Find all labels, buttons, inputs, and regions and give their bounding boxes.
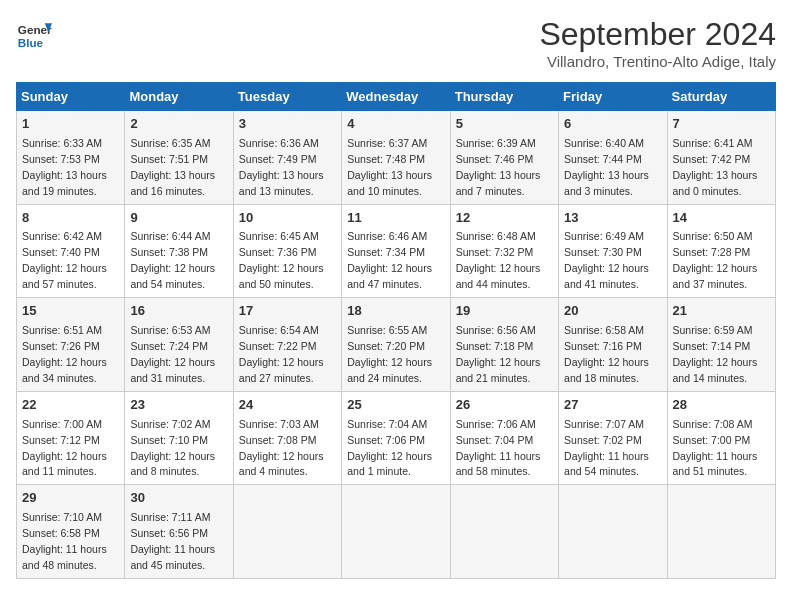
svg-text:Blue: Blue <box>18 36 44 49</box>
day-number: 25 <box>347 396 444 415</box>
sunrise: Sunrise: 6:48 AM <box>456 230 536 242</box>
day-number: 9 <box>130 209 227 228</box>
sunset: Sunset: 7:44 PM <box>564 153 642 165</box>
daylight: Daylight: 12 hours and 8 minutes. <box>130 450 215 478</box>
sunrise: Sunrise: 7:08 AM <box>673 418 753 430</box>
daylight: Daylight: 13 hours and 0 minutes. <box>673 169 758 197</box>
calendar-cell: 10Sunrise: 6:45 AMSunset: 7:36 PMDayligh… <box>233 204 341 298</box>
sunset: Sunset: 7:22 PM <box>239 340 317 352</box>
day-number: 13 <box>564 209 661 228</box>
sunset: Sunset: 7:06 PM <box>347 434 425 446</box>
sunset: Sunset: 7:10 PM <box>130 434 208 446</box>
daylight: Daylight: 12 hours and 50 minutes. <box>239 262 324 290</box>
daylight: Daylight: 12 hours and 27 minutes. <box>239 356 324 384</box>
weekday-header-wednesday: Wednesday <box>342 83 450 111</box>
daylight: Daylight: 12 hours and 41 minutes. <box>564 262 649 290</box>
calendar-cell <box>342 485 450 579</box>
daylight: Daylight: 12 hours and 18 minutes. <box>564 356 649 384</box>
page-header: General Blue September 2024 Villandro, T… <box>16 16 776 70</box>
day-number: 1 <box>22 115 119 134</box>
calendar-table: SundayMondayTuesdayWednesdayThursdayFrid… <box>16 82 776 579</box>
sunset: Sunset: 7:46 PM <box>456 153 534 165</box>
daylight: Daylight: 13 hours and 16 minutes. <box>130 169 215 197</box>
calendar-cell <box>559 485 667 579</box>
sunrise: Sunrise: 6:49 AM <box>564 230 644 242</box>
calendar-cell: 4Sunrise: 6:37 AMSunset: 7:48 PMDaylight… <box>342 111 450 205</box>
sunrise: Sunrise: 7:00 AM <box>22 418 102 430</box>
daylight: Daylight: 11 hours and 54 minutes. <box>564 450 649 478</box>
sunset: Sunset: 7:38 PM <box>130 246 208 258</box>
calendar-cell: 24Sunrise: 7:03 AMSunset: 7:08 PMDayligh… <box>233 391 341 485</box>
day-number: 14 <box>673 209 770 228</box>
calendar-cell: 1Sunrise: 6:33 AMSunset: 7:53 PMDaylight… <box>17 111 125 205</box>
daylight: Daylight: 11 hours and 51 minutes. <box>673 450 758 478</box>
day-number: 16 <box>130 302 227 321</box>
sunrise: Sunrise: 6:40 AM <box>564 137 644 149</box>
calendar-cell: 14Sunrise: 6:50 AMSunset: 7:28 PMDayligh… <box>667 204 775 298</box>
daylight: Daylight: 12 hours and 44 minutes. <box>456 262 541 290</box>
daylight: Daylight: 13 hours and 7 minutes. <box>456 169 541 197</box>
sunrise: Sunrise: 6:51 AM <box>22 324 102 336</box>
sunrise: Sunrise: 6:35 AM <box>130 137 210 149</box>
sunrise: Sunrise: 6:33 AM <box>22 137 102 149</box>
sunset: Sunset: 7:32 PM <box>456 246 534 258</box>
location-subtitle: Villandro, Trentino-Alto Adige, Italy <box>539 53 776 70</box>
day-number: 27 <box>564 396 661 415</box>
sunrise: Sunrise: 6:58 AM <box>564 324 644 336</box>
day-number: 3 <box>239 115 336 134</box>
sunrise: Sunrise: 7:10 AM <box>22 511 102 523</box>
day-number: 23 <box>130 396 227 415</box>
day-number: 30 <box>130 489 227 508</box>
daylight: Daylight: 12 hours and 57 minutes. <box>22 262 107 290</box>
calendar-cell <box>450 485 558 579</box>
calendar-cell: 7Sunrise: 6:41 AMSunset: 7:42 PMDaylight… <box>667 111 775 205</box>
day-number: 2 <box>130 115 227 134</box>
calendar-cell: 6Sunrise: 6:40 AMSunset: 7:44 PMDaylight… <box>559 111 667 205</box>
sunrise: Sunrise: 6:59 AM <box>673 324 753 336</box>
day-number: 17 <box>239 302 336 321</box>
calendar-cell: 19Sunrise: 6:56 AMSunset: 7:18 PMDayligh… <box>450 298 558 392</box>
day-number: 5 <box>456 115 553 134</box>
sunset: Sunset: 7:18 PM <box>456 340 534 352</box>
daylight: Daylight: 12 hours and 34 minutes. <box>22 356 107 384</box>
daylight: Daylight: 12 hours and 1 minute. <box>347 450 432 478</box>
weekday-header-sunday: Sunday <box>17 83 125 111</box>
daylight: Daylight: 12 hours and 47 minutes. <box>347 262 432 290</box>
sunrise: Sunrise: 6:54 AM <box>239 324 319 336</box>
sunset: Sunset: 7:48 PM <box>347 153 425 165</box>
sunrise: Sunrise: 7:03 AM <box>239 418 319 430</box>
sunset: Sunset: 7:14 PM <box>673 340 751 352</box>
calendar-cell: 5Sunrise: 6:39 AMSunset: 7:46 PMDaylight… <box>450 111 558 205</box>
sunset: Sunset: 7:08 PM <box>239 434 317 446</box>
month-title: September 2024 <box>539 16 776 53</box>
calendar-cell: 11Sunrise: 6:46 AMSunset: 7:34 PMDayligh… <box>342 204 450 298</box>
sunrise: Sunrise: 6:45 AM <box>239 230 319 242</box>
day-number: 29 <box>22 489 119 508</box>
day-number: 11 <box>347 209 444 228</box>
calendar-cell: 17Sunrise: 6:54 AMSunset: 7:22 PMDayligh… <box>233 298 341 392</box>
calendar-cell: 23Sunrise: 7:02 AMSunset: 7:10 PMDayligh… <box>125 391 233 485</box>
calendar-cell <box>667 485 775 579</box>
day-number: 22 <box>22 396 119 415</box>
sunrise: Sunrise: 6:39 AM <box>456 137 536 149</box>
calendar-cell: 29Sunrise: 7:10 AMSunset: 6:58 PMDayligh… <box>17 485 125 579</box>
logo-icon: General Blue <box>16 16 52 52</box>
calendar-cell: 9Sunrise: 6:44 AMSunset: 7:38 PMDaylight… <box>125 204 233 298</box>
daylight: Daylight: 11 hours and 48 minutes. <box>22 543 107 571</box>
daylight: Daylight: 12 hours and 4 minutes. <box>239 450 324 478</box>
sunset: Sunset: 7:51 PM <box>130 153 208 165</box>
day-number: 12 <box>456 209 553 228</box>
title-block: September 2024 Villandro, Trentino-Alto … <box>539 16 776 70</box>
daylight: Daylight: 12 hours and 14 minutes. <box>673 356 758 384</box>
sunrise: Sunrise: 6:41 AM <box>673 137 753 149</box>
sunset: Sunset: 7:28 PM <box>673 246 751 258</box>
sunrise: Sunrise: 6:46 AM <box>347 230 427 242</box>
calendar-cell: 20Sunrise: 6:58 AMSunset: 7:16 PMDayligh… <box>559 298 667 392</box>
daylight: Daylight: 12 hours and 11 minutes. <box>22 450 107 478</box>
weekday-header-saturday: Saturday <box>667 83 775 111</box>
daylight: Daylight: 13 hours and 3 minutes. <box>564 169 649 197</box>
sunset: Sunset: 7:36 PM <box>239 246 317 258</box>
daylight: Daylight: 12 hours and 31 minutes. <box>130 356 215 384</box>
daylight: Daylight: 12 hours and 37 minutes. <box>673 262 758 290</box>
sunrise: Sunrise: 6:50 AM <box>673 230 753 242</box>
